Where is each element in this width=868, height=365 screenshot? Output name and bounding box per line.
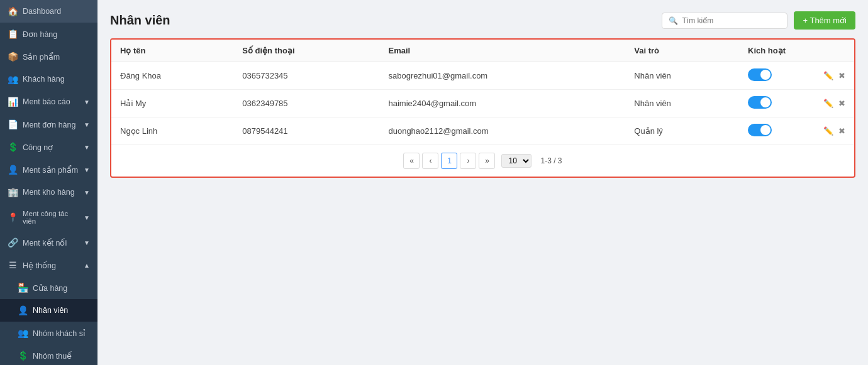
next-page-button[interactable]: › bbox=[460, 153, 476, 169]
sidebar-item-label: Ment kết nối bbox=[23, 238, 67, 248]
employees-table-container: Họ tên Số điện thoại Email Vai trò Kích … bbox=[110, 38, 855, 178]
edit-icon[interactable]: ✏️ bbox=[823, 126, 833, 136]
sidebar-item-san-pham[interactable]: 📦 Sản phẩm bbox=[0, 45, 97, 68]
page-info: 1-3 / 3 bbox=[540, 156, 562, 165]
cell-so-dien-thoai: 0879544241 bbox=[233, 117, 379, 145]
cell-ho-ten: Hải My bbox=[111, 90, 233, 117]
sidebar-item-label: Công nợ bbox=[23, 143, 53, 152]
ment-san-pham-icon: 👤 bbox=[8, 165, 18, 175]
sidebar-item-ment-don-hang[interactable]: 📄 Ment đơn hàng ▼ bbox=[0, 113, 97, 136]
cell-so-dien-thoai: 0365732345 bbox=[233, 62, 379, 90]
chevron-down-icon: ▼ bbox=[84, 166, 90, 173]
page-title: Nhân viên bbox=[110, 13, 170, 28]
col-ho-ten: Họ tên bbox=[111, 40, 233, 62]
sidebar-item-label: Nhân viên bbox=[33, 306, 68, 315]
sidebar-item-label: Nhóm thuế bbox=[33, 351, 72, 361]
cell-kich-hoat bbox=[739, 90, 815, 117]
col-kich-hoat: Kích hoạt bbox=[739, 40, 815, 62]
don-hang-icon: 📋 bbox=[8, 29, 18, 39]
last-page-button[interactable]: » bbox=[479, 153, 495, 169]
sidebar-item-dashboard[interactable]: 🏠 Dashboard bbox=[0, 0, 97, 23]
cell-email: sabogrezhui01@gmail.com bbox=[379, 62, 625, 90]
col-so-dien-thoai: Số điện thoại bbox=[233, 40, 379, 62]
cong-tac-vien-icon: 📍 bbox=[8, 212, 18, 222]
chevron-up-icon: ▲ bbox=[84, 262, 90, 269]
sidebar-item-ment-san-pham[interactable]: 👤 Ment sản phẩm ▼ bbox=[0, 158, 97, 181]
sidebar-item-nhom-khach-si[interactable]: 👥 Nhóm khách sỉ bbox=[0, 322, 97, 344]
ment-don-hang-icon: 📄 bbox=[8, 119, 18, 129]
san-pham-icon: 📦 bbox=[8, 52, 18, 62]
ment-kho-hang-icon: 🏢 bbox=[8, 187, 18, 197]
he-thong-icon: ☰ bbox=[8, 260, 18, 270]
sidebar-item-nhom-thue[interactable]: 💲 Nhóm thuế bbox=[0, 344, 97, 365]
sidebar-item-label: Khách hàng bbox=[23, 75, 65, 84]
page-1-button[interactable]: 1 bbox=[441, 153, 457, 169]
action-icons: ✏️ ✖ bbox=[823, 126, 845, 136]
first-page-button[interactable]: « bbox=[403, 153, 420, 169]
pagination: « ‹ 1 › » 10 20 50 1-3 / 3 bbox=[111, 144, 854, 177]
sidebar-item-label: Đơn hàng bbox=[23, 30, 57, 39]
chevron-down-icon: ▼ bbox=[84, 99, 90, 106]
delete-icon[interactable]: ✖ bbox=[838, 126, 845, 136]
page-size-select[interactable]: 10 20 50 bbox=[501, 154, 531, 168]
toggle-slider bbox=[748, 68, 772, 81]
cell-kich-hoat bbox=[739, 62, 815, 90]
sidebar-item-nhan-vien[interactable]: 👤 Nhân viên bbox=[0, 299, 97, 322]
sidebar-item-don-hang[interactable]: 📋 Đơn hàng bbox=[0, 23, 97, 45]
cell-actions: ✏️ ✖ bbox=[815, 62, 854, 90]
search-box[interactable]: 🔍 bbox=[662, 13, 787, 29]
sidebar-item-label: Ment báo cáo bbox=[23, 97, 70, 106]
action-icons: ✏️ ✖ bbox=[823, 99, 845, 108]
active-toggle[interactable] bbox=[748, 124, 772, 136]
table-row: Đăng Khoa 0365732345 sabogrezhui01@gmail… bbox=[111, 62, 854, 90]
sidebar-item-label: Nhóm khách sỉ bbox=[33, 329, 86, 338]
cell-vai-tro: Nhân viên bbox=[625, 90, 739, 117]
col-vai-tro: Vai trò bbox=[625, 40, 739, 62]
chevron-down-icon: ▼ bbox=[84, 144, 90, 151]
delete-icon[interactable]: ✖ bbox=[838, 99, 845, 108]
nhan-vien-icon: 👤 bbox=[18, 305, 28, 315]
ket-noi-icon: 🔗 bbox=[8, 237, 18, 248]
sidebar-item-label: Hệ thống bbox=[23, 261, 56, 270]
sidebar-item-label: Cửa hàng bbox=[33, 283, 67, 293]
search-input[interactable] bbox=[682, 16, 781, 25]
nhom-khach-si-icon: 👥 bbox=[18, 328, 28, 338]
delete-icon[interactable]: ✖ bbox=[838, 71, 845, 80]
edit-icon[interactable]: ✏️ bbox=[823, 71, 833, 80]
sidebar-item-label: Ment công tác viên bbox=[23, 210, 79, 225]
nhom-thue-icon: 💲 bbox=[18, 351, 28, 361]
page-header: Nhân viên 🔍 + Thêm mới bbox=[110, 11, 855, 30]
table-row: Ngọc Linh 0879544241 duonghao2112@gmail.… bbox=[111, 117, 854, 145]
table-row: Hải My 0362349785 haimie2404@gmail.com N… bbox=[111, 90, 854, 117]
active-toggle[interactable] bbox=[748, 96, 772, 109]
main-content: Nhân viên 🔍 + Thêm mới Họ tên Số điện th… bbox=[97, 0, 868, 365]
cua-hang-icon: 🏪 bbox=[18, 283, 28, 293]
action-icons: ✏️ ✖ bbox=[823, 71, 845, 80]
khach-hang-icon: 👥 bbox=[8, 74, 18, 84]
add-button[interactable]: + Thêm mới bbox=[794, 11, 855, 30]
sidebar-item-label: Dashboard bbox=[23, 7, 61, 16]
cell-so-dien-thoai: 0362349785 bbox=[233, 90, 379, 117]
cell-ho-ten: Đăng Khoa bbox=[111, 62, 233, 90]
cell-vai-tro: Quản lý bbox=[625, 117, 739, 145]
col-actions bbox=[815, 40, 854, 62]
cell-ho-ten: Ngọc Linh bbox=[111, 117, 233, 145]
sidebar-item-ment-bao-cao[interactable]: 📊 Ment báo cáo ▼ bbox=[0, 90, 97, 113]
cell-email: haimie2404@gmail.com bbox=[379, 90, 625, 117]
sidebar-item-ment-ket-noi[interactable]: 🔗 Ment kết nối ▼ bbox=[0, 231, 97, 254]
sidebar-item-ment-kho-hang[interactable]: 🏢 Ment kho hàng ▼ bbox=[0, 181, 97, 204]
edit-icon[interactable]: ✏️ bbox=[823, 99, 833, 108]
table-header-row: Họ tên Số điện thoại Email Vai trò Kích … bbox=[111, 40, 854, 62]
prev-page-button[interactable]: ‹ bbox=[422, 153, 438, 169]
sidebar-item-he-thong[interactable]: ☰ Hệ thống ▲ bbox=[0, 254, 97, 276]
sidebar-item-cong-no[interactable]: 💲 Công nợ ▼ bbox=[0, 136, 97, 158]
chevron-down-icon: ▼ bbox=[84, 214, 90, 221]
sidebar-item-khach-hang[interactable]: 👥 Khách hàng bbox=[0, 68, 97, 90]
sidebar-item-ment-cong-tac-vien[interactable]: 📍 Ment công tác viên ▼ bbox=[0, 204, 97, 231]
sidebar-item-cua-hang[interactable]: 🏪 Cửa hàng bbox=[0, 276, 97, 299]
chevron-down-icon: ▼ bbox=[84, 121, 90, 128]
active-toggle[interactable] bbox=[748, 68, 772, 81]
sidebar-item-label: Ment sản phẩm bbox=[23, 165, 78, 175]
sidebar-item-label: Ment kho hàng bbox=[23, 188, 75, 197]
sidebar: 🏠 Dashboard 📋 Đơn hàng 📦 Sản phẩm 👥 Khác… bbox=[0, 0, 97, 365]
